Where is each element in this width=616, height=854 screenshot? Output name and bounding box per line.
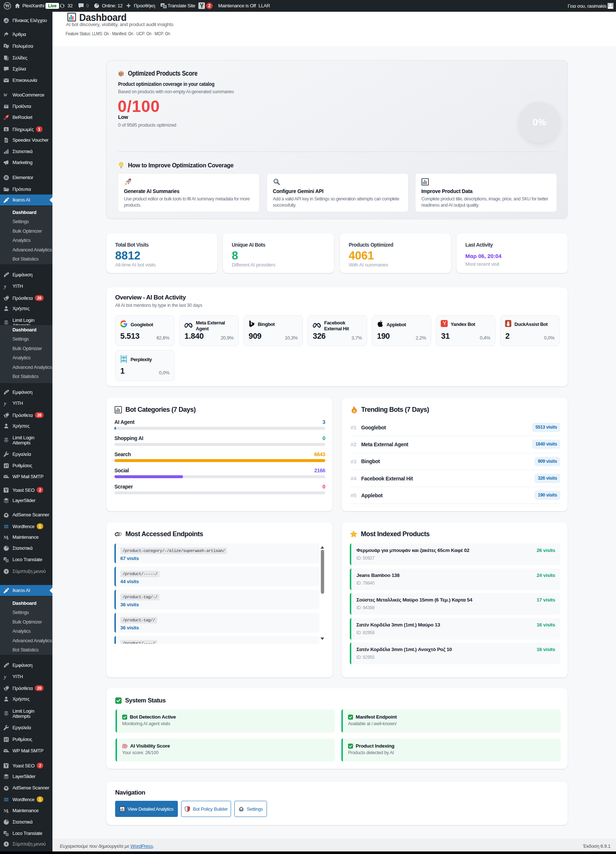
svg-text:y: y (3, 284, 7, 289)
svg-text:W: W (3, 93, 8, 98)
svg-text:y: y (3, 674, 7, 680)
svg-text:y: y (3, 401, 7, 406)
